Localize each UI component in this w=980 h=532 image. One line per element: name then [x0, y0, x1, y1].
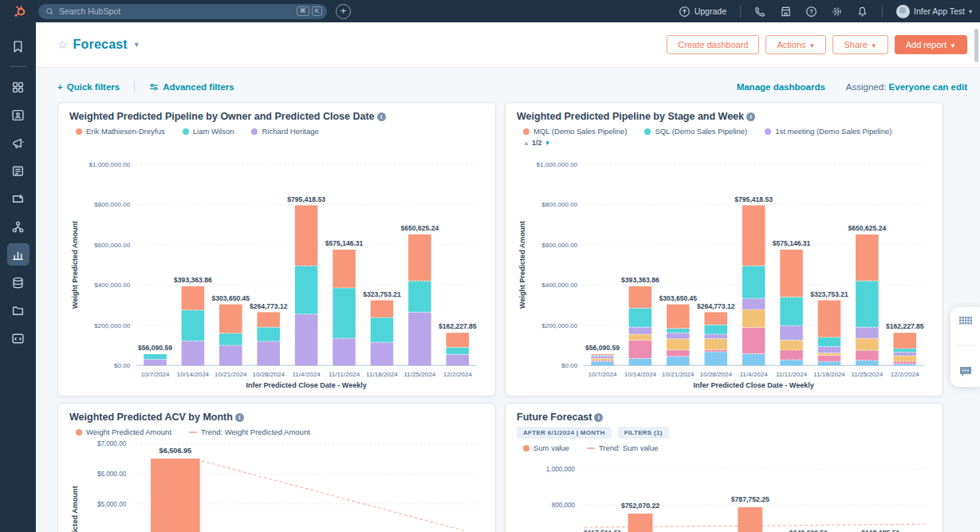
bar-segment[interactable] [893, 349, 916, 353]
bar-segment[interactable] [629, 334, 652, 341]
bar-segment[interactable] [780, 350, 803, 360]
bar-segment[interactable] [295, 266, 318, 314]
chat-bubble-icon[interactable] [959, 366, 972, 377]
bar-segment[interactable] [257, 312, 280, 327]
bar-segment[interactable] [629, 341, 652, 359]
bar-segment[interactable] [856, 327, 879, 338]
bar-segment[interactable] [818, 356, 841, 362]
bar-segment[interactable] [667, 333, 690, 339]
bar-segment[interactable] [257, 341, 280, 365]
bar-segment[interactable] [219, 345, 242, 365]
sidebar-item-marketing[interactable] [7, 132, 30, 154]
bar-segment[interactable] [742, 328, 766, 354]
chart-canvas-pipeline-by-stage[interactable]: $0.00$200,000.00$400,000.00$600,000.00$8… [517, 148, 931, 396]
info-icon[interactable]: i [235, 413, 244, 422]
info-icon[interactable]: i [746, 112, 755, 121]
bar-segment[interactable] [667, 305, 690, 329]
scrollbar-thumb[interactable] [974, 29, 978, 62]
bar-segment[interactable] [629, 327, 652, 334]
add-report-button[interactable]: Add report▼ [895, 35, 967, 54]
bar-segment[interactable] [144, 354, 167, 360]
bar-segment[interactable] [591, 361, 614, 365]
bar-segment[interactable] [629, 308, 652, 327]
upgrade-button[interactable]: Upgrade [679, 6, 726, 18]
bar-segment[interactable] [856, 281, 879, 327]
sidebar-item-library[interactable] [7, 299, 30, 321]
global-search[interactable]: ⌘ K [38, 4, 327, 19]
create-dashboard-button[interactable]: Create dashboard [667, 35, 759, 54]
date-filter-tag[interactable]: AFTER 6/1/2024 | MONTH [517, 427, 612, 439]
bar-segment[interactable] [182, 341, 205, 365]
bar-segment[interactable] [667, 350, 690, 357]
bar-segment[interactable] [333, 250, 356, 288]
legend-item[interactable]: Erik Mathiesen-Dreyfus [76, 127, 165, 136]
advanced-filters-button[interactable]: Advanced filters [149, 82, 234, 92]
bar[interactable] [628, 514, 653, 532]
bar-segment[interactable] [704, 312, 727, 325]
calling-icon[interactable] [754, 6, 766, 18]
quick-filters-button[interactable]: + Quick filters [57, 82, 120, 92]
bar-segment[interactable] [742, 266, 766, 298]
bar-segment[interactable] [856, 350, 879, 361]
bar-segment[interactable] [257, 327, 280, 341]
bar-segment[interactable] [144, 360, 167, 366]
favorite-star-icon[interactable]: ☆ [57, 38, 68, 51]
legend-item[interactable]: Weight Predicted Amount [76, 428, 171, 436]
data-grid-icon[interactable] [959, 317, 972, 326]
bar-segment[interactable] [780, 325, 803, 340]
bar-segment[interactable] [780, 360, 803, 365]
legend-item[interactable]: Trend: Sum value [587, 443, 659, 452]
help-icon[interactable]: ? [805, 6, 817, 18]
bar-segment[interactable] [818, 361, 841, 365]
dashboard-switcher-caret-icon[interactable]: ▼ [133, 41, 140, 49]
marketplace-icon[interactable] [780, 6, 792, 18]
bar-segment[interactable] [818, 300, 841, 337]
bar-segment[interactable] [780, 297, 803, 325]
bar-segment[interactable] [408, 234, 431, 281]
bar-segment[interactable] [446, 347, 469, 354]
manage-dashboards-link[interactable]: Manage dashboards [737, 82, 825, 92]
bar-segment[interactable] [667, 329, 690, 333]
bar-segment[interactable] [408, 281, 431, 312]
bar-segment[interactable] [295, 314, 318, 365]
sidebar-item-bookmarks[interactable] [7, 35, 30, 57]
sidebar-item-content[interactable] [7, 160, 30, 182]
bar-segment[interactable] [333, 288, 356, 338]
bar-segment[interactable] [818, 346, 841, 353]
chart-canvas-future-forecast[interactable]: 1,000,000800,000$752,070.22$787,752.25$1… [517, 454, 931, 532]
bar-segment[interactable] [893, 356, 916, 361]
bar-segment[interactable] [704, 352, 727, 365]
bar-segment[interactable] [742, 309, 766, 328]
bar-segment[interactable] [408, 312, 431, 365]
sidebar-item-reporting[interactable] [7, 243, 30, 266]
bar-segment[interactable] [295, 205, 318, 266]
bar-segment[interactable] [742, 298, 766, 309]
bar-segment[interactable] [182, 310, 205, 341]
bar-segment[interactable] [780, 340, 803, 350]
legend-item[interactable]: 1st meeting (Demo Sales Pipeline) [765, 127, 891, 136]
chart-canvas-pipeline-by-owner[interactable]: $0.00$200,000.00$400,000.00$600,000.00$8… [69, 148, 484, 396]
info-icon[interactable]: i [377, 112, 386, 121]
chart-canvas-acv-by-month[interactable]: $7,000.00$6,000.00$5,000.00$6,506.95Weig… [69, 438, 484, 532]
legend-item[interactable]: Trend: Weight Predicted Amount [189, 428, 310, 436]
bar-segment[interactable] [818, 337, 841, 347]
bar-segment[interactable] [893, 333, 916, 349]
bar-segment[interactable] [742, 205, 766, 266]
legend-item[interactable]: Sum value [523, 443, 569, 452]
settings-gear-icon[interactable] [831, 6, 843, 18]
bar-segment[interactable] [667, 357, 690, 365]
bar[interactable] [738, 507, 762, 532]
search-input[interactable] [59, 6, 294, 16]
bar-segment[interactable] [780, 250, 803, 297]
sidebar-item-developer[interactable] [7, 327, 30, 349]
sidebar-item-automations[interactable] [7, 215, 30, 238]
bar-segment[interactable] [446, 354, 469, 365]
bar[interactable] [151, 459, 200, 532]
account-menu[interactable]: Infer App Test ▾ [896, 5, 972, 18]
bar-segment[interactable] [742, 354, 766, 366]
actions-button[interactable]: Actions▼ [766, 35, 826, 54]
assigned-value-link[interactable]: Everyone can edit [889, 82, 967, 92]
sidebar-item-crm[interactable] [7, 104, 30, 126]
bar-segment[interactable] [371, 317, 394, 342]
bar-segment[interactable] [333, 338, 356, 365]
